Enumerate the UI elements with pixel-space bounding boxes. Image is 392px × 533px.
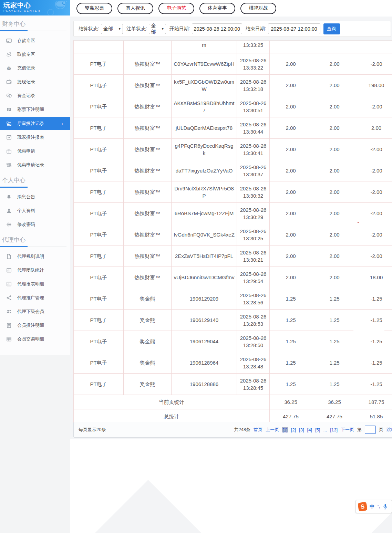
table-cell: 2.00 xyxy=(312,75,357,96)
page-link[interactable]: [3] xyxy=(299,427,304,432)
table-cell: 2025-08-26 13:30:51 xyxy=(237,96,270,117)
list-doc-icon xyxy=(6,107,12,112)
first-page-link[interactable]: 首页 xyxy=(254,427,262,433)
table-cell: 2.00 xyxy=(270,203,312,224)
records-table: m13:33:25PT电子热辣财富™C0YAzvrNT9EcvwW6ZipH20… xyxy=(73,40,392,424)
table-cell: g4PFqCR6yDocdKaqRsgk xyxy=(172,139,237,160)
sidebar-item[interactable]: 优惠申请 xyxy=(0,144,70,158)
white-overlay-artifact xyxy=(353,324,384,335)
filter-bar: 结算状态: 全部 ▾ 注单状态: 全部 ▾ 开始日期: 2025-08-26 1… xyxy=(73,21,391,37)
table-cell: 2025-08-26 13:28:50 xyxy=(237,331,270,352)
chevron-down-icon: ▾ xyxy=(162,27,164,31)
table-cell: 18.00 xyxy=(357,267,392,288)
table-cell: 2025-08-26 13:30:41 xyxy=(237,139,270,160)
table-cell: 2.00 xyxy=(270,181,312,202)
sidebar-item[interactable]: 玩家投注报表 xyxy=(0,130,70,144)
table-row: PT电子奖金熊19061288862025-08-26 13:28:451.25… xyxy=(74,374,392,395)
sidebar-item[interactable]: 优惠申请记录 xyxy=(0,158,70,172)
note-icon xyxy=(6,323,12,328)
microphone-icon[interactable] xyxy=(383,504,388,510)
table-cell: 2025-08-26 13:30:44 xyxy=(237,117,270,138)
current-page-link[interactable]: [1] xyxy=(282,427,288,432)
table-cell: PT电子 xyxy=(74,160,124,181)
sidebar-item[interactable]: 消息公告 xyxy=(0,190,70,204)
sogou-logo-icon[interactable]: S xyxy=(358,502,367,511)
tab-真人视讯[interactable]: 真人视讯 xyxy=(117,3,153,14)
sidebar-item[interactable]: 存款专区 xyxy=(0,34,70,48)
section-divider xyxy=(0,247,66,247)
sidebar-item[interactable]: 代理推广管理 xyxy=(0,291,70,305)
table-cell: 2025-08-26 13:30:37 xyxy=(237,160,270,181)
sidebar-item[interactable]: 修改密码 xyxy=(0,218,70,231)
layout-list-icon xyxy=(6,121,12,126)
page-link[interactable]: [5] xyxy=(315,427,320,432)
page-link[interactable]: [2] xyxy=(291,427,296,432)
tab-电子游艺[interactable]: 电子游艺 xyxy=(158,3,194,14)
table-cell: PT电子 xyxy=(74,117,124,138)
table-cell: PT电子 xyxy=(74,96,124,117)
table-cell: 2.00 xyxy=(312,117,357,138)
goto-page-input[interactable] xyxy=(365,426,376,434)
sidebar-item-label: 提现记录 xyxy=(17,79,35,85)
prev-page-link[interactable]: 上一页 xyxy=(266,427,279,433)
total-count-text: 共248条 xyxy=(234,427,250,433)
table-row: PT电子热辣财富™g4PFqCR6yDocdKaqRsgk2025-08-26 … xyxy=(74,139,392,160)
table-cell: 2.00 xyxy=(270,96,312,117)
tab-体育赛事[interactable]: 体育赛事 xyxy=(199,3,235,14)
sidebar-item[interactable]: 取款专区 xyxy=(0,48,70,61)
table-cell: 热辣财富™ xyxy=(124,53,172,74)
table-cell: 热辣财富™ xyxy=(124,139,172,160)
sidebar-item[interactable]: 会员投注明细 xyxy=(0,318,70,332)
table-cell: PT电子 xyxy=(74,331,124,352)
page-link[interactable]: [4] xyxy=(307,427,312,432)
sidebar-item-label: 代理报表明细 xyxy=(17,281,44,287)
table-cell: 2025-08-26 13:30:25 xyxy=(237,224,270,245)
sidebar-item[interactable]: 代理报表明细 xyxy=(0,277,70,291)
sidebar-item[interactable]: 代理下级会员 xyxy=(0,305,70,318)
last-page-link[interactable]: [13] xyxy=(330,427,338,432)
summary-cell: 当前页统计 xyxy=(74,395,270,409)
start-date-input[interactable]: 2025-08-26 12:00:00 xyxy=(192,23,242,34)
sidebar-item[interactable]: 个人资料 xyxy=(0,204,70,218)
sidebar-item[interactable]: 彩票下注明细 xyxy=(0,103,70,116)
table-cell: 2.00 xyxy=(312,139,357,160)
svg-text:¥: ¥ xyxy=(8,94,9,96)
sidebar-item[interactable]: 提现记录 xyxy=(0,75,70,89)
ime-language-toggle[interactable]: 中 xyxy=(370,503,375,510)
tab-棋牌对战[interactable]: 棋牌对战 xyxy=(240,3,276,14)
withdraw-hand-icon xyxy=(6,52,12,57)
end-date-input[interactable]: 2025-08-27 12:00:00 xyxy=(268,23,320,34)
table-row: PT电子热辣财富™C0YAzvrNT9EcvwW6ZipH2025-08-26 … xyxy=(74,53,392,75)
table-cell: 2025-08-26 13:28:53 xyxy=(237,310,270,331)
start-date-label: 开始日期: xyxy=(169,26,190,32)
search-button[interactable]: 查询 xyxy=(323,23,340,34)
table-row: PT电子热辣财富™Dm9NclXbRX7SfWPr5O8P2025-08-26 … xyxy=(74,181,392,203)
table-cell: 2ExZaVT5HsDiT4IP7pFL xyxy=(172,245,237,266)
order-status-select[interactable]: 全部 ▾ xyxy=(149,24,166,34)
sidebar-item[interactable]: ¥充值记录 xyxy=(0,61,70,75)
ime-punctuation-toggle[interactable]: °, xyxy=(378,504,380,509)
order-status-value: 全部 xyxy=(151,23,161,35)
next-page-link[interactable]: 下一页 xyxy=(341,427,354,433)
ime-toolbar: S 中 °, xyxy=(355,500,392,513)
table-cell: 2025-08-26 13:32:18 xyxy=(237,75,270,96)
table-cell: 1.25 xyxy=(270,374,312,395)
tab-雙赢彩票[interactable]: 雙赢彩票 xyxy=(76,3,112,14)
table-cell: -2.00 xyxy=(357,160,392,181)
settle-status-label: 结算状态: xyxy=(79,26,99,32)
sidebar-item[interactable]: 厅室投注记录› xyxy=(0,117,70,130)
table-cell: PT电子 xyxy=(74,75,124,96)
sidebar-item-label: 取款专区 xyxy=(17,51,35,58)
summary-cell: 36.25 xyxy=(270,395,312,409)
sidebar-item[interactable]: 代理规则说明 xyxy=(0,250,70,263)
sidebar-item-label: 消息公告 xyxy=(17,194,35,200)
table-cell: 热辣财富™ xyxy=(124,75,172,96)
sidebar-item[interactable]: 会员交易明细 xyxy=(0,332,70,346)
settle-status-select[interactable]: 全部 ▾ xyxy=(101,24,123,34)
goto-button[interactable]: 跳转 xyxy=(386,427,392,433)
table-cell: 1906128964 xyxy=(172,352,237,373)
section-divider xyxy=(0,31,66,31)
sidebar-item[interactable]: ¥资金记录 xyxy=(0,89,70,103)
sidebar-item[interactable]: 代理团队统计 xyxy=(0,263,70,277)
table-cell: -2.00 xyxy=(357,181,392,202)
